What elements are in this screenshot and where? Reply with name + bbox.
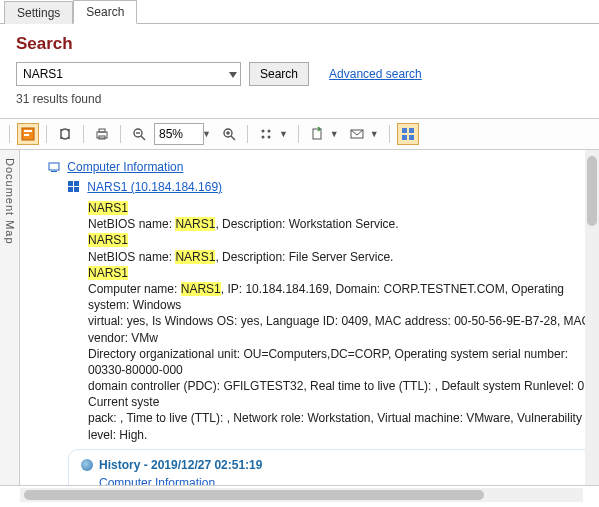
tab-settings[interactable]: Settings bbox=[4, 1, 73, 24]
section-link-computer-info[interactable]: Computer Information bbox=[67, 160, 183, 174]
svg-rect-17 bbox=[313, 129, 321, 139]
svg-point-13 bbox=[261, 130, 264, 133]
document-map-panel[interactable]: Document Map bbox=[0, 150, 20, 485]
zoom-out-button[interactable] bbox=[128, 123, 150, 145]
separator bbox=[120, 125, 121, 143]
svg-rect-26 bbox=[74, 181, 79, 186]
view-mode-button[interactable] bbox=[255, 123, 277, 145]
status-bar: Page 1 of 3 85% bbox=[0, 502, 599, 507]
svg-rect-25 bbox=[68, 181, 73, 186]
chevron-down-icon[interactable]: ▼ bbox=[279, 129, 291, 139]
svg-line-10 bbox=[231, 136, 235, 140]
history-card: History - 2019/12/27 02:51:19 Computer I… bbox=[68, 449, 593, 485]
svg-rect-20 bbox=[409, 128, 414, 133]
results-count: 31 results found bbox=[16, 92, 583, 106]
separator bbox=[389, 125, 390, 143]
toolbar: ▼ ▼ ▼ ▼ bbox=[0, 118, 599, 150]
document-map-button[interactable] bbox=[17, 123, 39, 145]
history-title: History - 2019/12/27 02:51:19 bbox=[99, 458, 262, 472]
tab-bar: Settings Search bbox=[0, 0, 599, 24]
chevron-down-icon[interactable]: ▼ bbox=[202, 129, 214, 139]
find-button[interactable] bbox=[54, 123, 76, 145]
export-button[interactable] bbox=[306, 123, 328, 145]
svg-point-15 bbox=[261, 136, 264, 139]
svg-rect-4 bbox=[99, 129, 105, 132]
separator bbox=[83, 125, 84, 143]
separator bbox=[9, 125, 10, 143]
chevron-down-icon[interactable]: ▼ bbox=[370, 129, 382, 139]
highlight: NARS1 bbox=[88, 201, 128, 215]
search-input[interactable] bbox=[16, 62, 241, 86]
page-title: Search bbox=[16, 34, 583, 54]
separator bbox=[247, 125, 248, 143]
svg-rect-24 bbox=[51, 171, 57, 172]
horizontal-scrollbar[interactable] bbox=[20, 488, 583, 502]
separator bbox=[298, 125, 299, 143]
svg-rect-2 bbox=[24, 134, 29, 136]
svg-point-14 bbox=[267, 130, 270, 133]
svg-line-7 bbox=[141, 136, 145, 140]
zoom-in-button[interactable] bbox=[218, 123, 240, 145]
tab-search[interactable]: Search bbox=[73, 0, 137, 24]
svg-point-16 bbox=[267, 136, 270, 139]
separator bbox=[46, 125, 47, 143]
svg-rect-28 bbox=[74, 187, 79, 192]
svg-rect-23 bbox=[49, 163, 59, 170]
computer-icon bbox=[48, 161, 60, 173]
svg-rect-1 bbox=[24, 130, 32, 132]
node-link[interactable]: NARS1 (10.184.184.169) bbox=[87, 180, 222, 194]
chevron-down-icon[interactable]: ▼ bbox=[330, 129, 342, 139]
vertical-scrollbar[interactable] bbox=[585, 150, 599, 485]
search-header: Search Search Advanced search 31 results… bbox=[0, 24, 599, 112]
history-icon bbox=[81, 459, 93, 471]
print-button[interactable] bbox=[91, 123, 113, 145]
svg-rect-22 bbox=[409, 135, 414, 140]
results-pane: Computer Information NARS1 (10.184.184.1… bbox=[20, 150, 599, 485]
zoom-select[interactable] bbox=[154, 123, 204, 145]
windows-icon bbox=[68, 181, 80, 193]
search-button[interactable]: Search bbox=[249, 62, 309, 86]
layout-grid-button[interactable] bbox=[397, 123, 419, 145]
svg-rect-27 bbox=[68, 187, 73, 192]
advanced-search-link[interactable]: Advanced search bbox=[329, 67, 422, 81]
svg-rect-21 bbox=[402, 135, 407, 140]
history-link[interactable]: Computer Information bbox=[99, 476, 215, 485]
svg-rect-19 bbox=[402, 128, 407, 133]
email-button[interactable] bbox=[346, 123, 368, 145]
